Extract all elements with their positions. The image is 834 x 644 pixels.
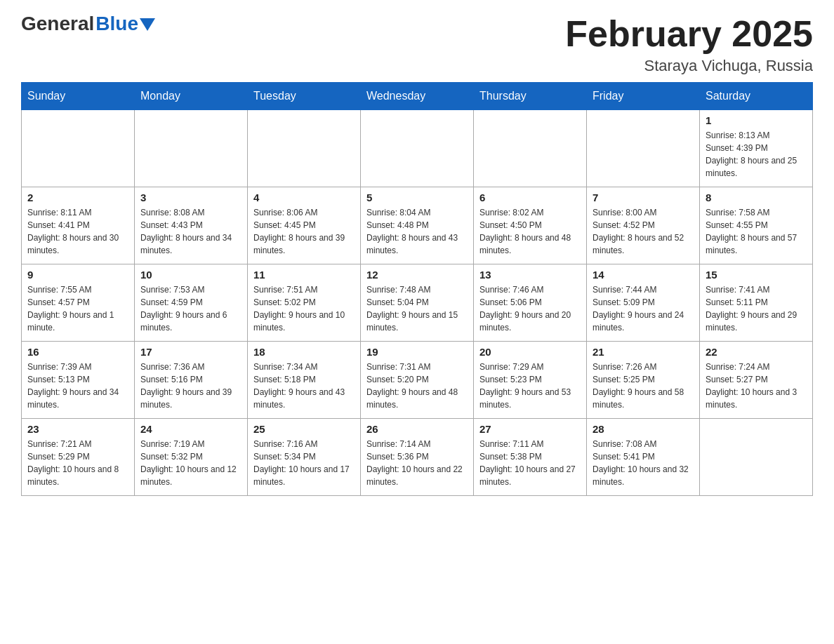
day-number: 21	[593, 346, 694, 358]
logo-arrow-icon	[140, 18, 155, 31]
day-number: 23	[27, 423, 128, 435]
day-sun-info: Sunrise: 7:24 AM Sunset: 5:27 PM Dayligh…	[706, 361, 807, 411]
calendar-table: SundayMondayTuesdayWednesdayThursdayFrid…	[21, 82, 813, 496]
day-sun-info: Sunrise: 7:16 AM Sunset: 5:34 PM Dayligh…	[253, 438, 355, 488]
day-sun-info: Sunrise: 7:19 AM Sunset: 5:32 PM Dayligh…	[140, 438, 241, 488]
day-number: 10	[140, 269, 241, 281]
day-sun-info: Sunrise: 7:44 AM Sunset: 5:09 PM Dayligh…	[593, 283, 694, 334]
location-subtitle: Staraya Vichuga, Russia	[565, 57, 813, 75]
day-number: 22	[706, 346, 807, 358]
day-of-week-header: Tuesday	[248, 83, 361, 110]
calendar-day-cell: 27Sunrise: 7:11 AM Sunset: 5:38 PM Dayli…	[474, 419, 587, 496]
calendar-day-cell	[135, 110, 248, 187]
day-number: 18	[253, 346, 355, 358]
day-sun-info: Sunrise: 7:29 AM Sunset: 5:23 PM Dayligh…	[479, 361, 581, 411]
day-of-week-header: Thursday	[474, 83, 587, 110]
logo-text-blue: Blue	[95, 14, 138, 34]
page-header: General Blue February 2025 Staraya Vichu…	[21, 14, 813, 75]
day-number: 2	[27, 192, 128, 203]
day-sun-info: Sunrise: 7:36 AM Sunset: 5:16 PM Dayligh…	[140, 361, 241, 411]
day-number: 15	[706, 269, 807, 281]
calendar-day-cell: 17Sunrise: 7:36 AM Sunset: 5:16 PM Dayli…	[135, 342, 248, 419]
calendar-day-cell: 22Sunrise: 7:24 AM Sunset: 5:27 PM Dayli…	[700, 342, 813, 419]
title-block: February 2025 Staraya Vichuga, Russia	[565, 14, 813, 75]
calendar-week-row: 16Sunrise: 7:39 AM Sunset: 5:13 PM Dayli…	[22, 342, 813, 419]
day-sun-info: Sunrise: 7:08 AM Sunset: 5:41 PM Dayligh…	[593, 438, 694, 488]
calendar-day-cell	[587, 110, 700, 187]
day-number: 24	[140, 423, 241, 435]
day-number: 8	[706, 192, 807, 203]
day-number: 28	[593, 423, 694, 435]
calendar-day-cell: 16Sunrise: 7:39 AM Sunset: 5:13 PM Dayli…	[22, 342, 135, 419]
day-sun-info: Sunrise: 7:41 AM Sunset: 5:11 PM Dayligh…	[706, 283, 807, 334]
calendar-day-cell: 11Sunrise: 7:51 AM Sunset: 5:02 PM Dayli…	[248, 264, 361, 342]
logo: General Blue	[21, 14, 155, 34]
day-number: 17	[140, 346, 241, 358]
day-sun-info: Sunrise: 7:53 AM Sunset: 4:59 PM Dayligh…	[140, 283, 241, 334]
day-number: 4	[253, 192, 355, 203]
day-sun-info: Sunrise: 7:51 AM Sunset: 5:02 PM Dayligh…	[253, 283, 355, 334]
calendar-day-cell: 7Sunrise: 8:00 AM Sunset: 4:52 PM Daylig…	[587, 187, 700, 264]
calendar-day-cell: 5Sunrise: 8:04 AM Sunset: 4:48 PM Daylig…	[361, 187, 474, 264]
logo-text-main: General	[21, 14, 94, 34]
day-sun-info: Sunrise: 8:00 AM Sunset: 4:52 PM Dayligh…	[593, 206, 694, 257]
calendar-day-cell	[361, 110, 474, 187]
calendar-day-cell: 15Sunrise: 7:41 AM Sunset: 5:11 PM Dayli…	[700, 264, 813, 342]
day-sun-info: Sunrise: 7:21 AM Sunset: 5:29 PM Dayligh…	[27, 438, 128, 488]
calendar-day-cell: 13Sunrise: 7:46 AM Sunset: 5:06 PM Dayli…	[474, 264, 587, 342]
calendar-day-cell	[248, 110, 361, 187]
calendar-day-cell: 23Sunrise: 7:21 AM Sunset: 5:29 PM Dayli…	[22, 419, 135, 496]
day-number: 5	[366, 192, 468, 203]
day-sun-info: Sunrise: 8:13 AM Sunset: 4:39 PM Dayligh…	[706, 129, 807, 180]
day-number: 3	[140, 192, 241, 203]
calendar-day-cell	[474, 110, 587, 187]
calendar-day-cell	[700, 419, 813, 496]
calendar-day-cell: 19Sunrise: 7:31 AM Sunset: 5:20 PM Dayli…	[361, 342, 474, 419]
day-sun-info: Sunrise: 8:11 AM Sunset: 4:41 PM Dayligh…	[27, 206, 128, 257]
day-number: 14	[593, 269, 694, 281]
day-number: 12	[366, 269, 468, 281]
day-number: 16	[27, 346, 128, 358]
day-sun-info: Sunrise: 7:26 AM Sunset: 5:25 PM Dayligh…	[593, 361, 694, 411]
calendar-day-cell: 6Sunrise: 8:02 AM Sunset: 4:50 PM Daylig…	[474, 187, 587, 264]
calendar-day-cell: 12Sunrise: 7:48 AM Sunset: 5:04 PM Dayli…	[361, 264, 474, 342]
calendar-day-cell: 28Sunrise: 7:08 AM Sunset: 5:41 PM Dayli…	[587, 419, 700, 496]
day-number: 20	[479, 346, 581, 358]
day-number: 13	[479, 269, 581, 281]
day-of-week-header: Monday	[135, 83, 248, 110]
day-sun-info: Sunrise: 8:04 AM Sunset: 4:48 PM Dayligh…	[366, 206, 468, 257]
calendar-day-cell: 24Sunrise: 7:19 AM Sunset: 5:32 PM Dayli…	[135, 419, 248, 496]
month-title: February 2025	[565, 14, 813, 54]
calendar-day-cell: 18Sunrise: 7:34 AM Sunset: 5:18 PM Dayli…	[248, 342, 361, 419]
day-sun-info: Sunrise: 7:55 AM Sunset: 4:57 PM Dayligh…	[27, 283, 128, 334]
day-of-week-header: Sunday	[22, 83, 135, 110]
day-sun-info: Sunrise: 7:11 AM Sunset: 5:38 PM Dayligh…	[479, 438, 581, 488]
day-number: 19	[366, 346, 468, 358]
day-sun-info: Sunrise: 7:39 AM Sunset: 5:13 PM Dayligh…	[27, 361, 128, 411]
calendar-day-cell: 20Sunrise: 7:29 AM Sunset: 5:23 PM Dayli…	[474, 342, 587, 419]
calendar-day-cell: 14Sunrise: 7:44 AM Sunset: 5:09 PM Dayli…	[587, 264, 700, 342]
day-number: 6	[479, 192, 581, 203]
calendar-day-cell: 26Sunrise: 7:14 AM Sunset: 5:36 PM Dayli…	[361, 419, 474, 496]
calendar-week-row: 1Sunrise: 8:13 AM Sunset: 4:39 PM Daylig…	[22, 110, 813, 187]
day-sun-info: Sunrise: 7:34 AM Sunset: 5:18 PM Dayligh…	[253, 361, 355, 411]
day-of-week-header: Friday	[587, 83, 700, 110]
calendar-day-cell: 9Sunrise: 7:55 AM Sunset: 4:57 PM Daylig…	[22, 264, 135, 342]
day-sun-info: Sunrise: 7:46 AM Sunset: 5:06 PM Dayligh…	[479, 283, 581, 334]
calendar-header-row: SundayMondayTuesdayWednesdayThursdayFrid…	[22, 83, 813, 110]
calendar-week-row: 2Sunrise: 8:11 AM Sunset: 4:41 PM Daylig…	[22, 187, 813, 264]
day-of-week-header: Wednesday	[361, 83, 474, 110]
svg-marker-0	[140, 18, 155, 31]
day-sun-info: Sunrise: 7:31 AM Sunset: 5:20 PM Dayligh…	[366, 361, 468, 411]
calendar-day-cell	[22, 110, 135, 187]
calendar-week-row: 9Sunrise: 7:55 AM Sunset: 4:57 PM Daylig…	[22, 264, 813, 342]
day-sun-info: Sunrise: 8:06 AM Sunset: 4:45 PM Dayligh…	[253, 206, 355, 257]
calendar-day-cell: 2Sunrise: 8:11 AM Sunset: 4:41 PM Daylig…	[22, 187, 135, 264]
calendar-day-cell: 8Sunrise: 7:58 AM Sunset: 4:55 PM Daylig…	[700, 187, 813, 264]
calendar-day-cell: 3Sunrise: 8:08 AM Sunset: 4:43 PM Daylig…	[135, 187, 248, 264]
day-sun-info: Sunrise: 7:14 AM Sunset: 5:36 PM Dayligh…	[366, 438, 468, 488]
calendar-day-cell: 4Sunrise: 8:06 AM Sunset: 4:45 PM Daylig…	[248, 187, 361, 264]
day-sun-info: Sunrise: 8:02 AM Sunset: 4:50 PM Dayligh…	[479, 206, 581, 257]
day-number: 9	[27, 269, 128, 281]
day-of-week-header: Saturday	[700, 83, 813, 110]
